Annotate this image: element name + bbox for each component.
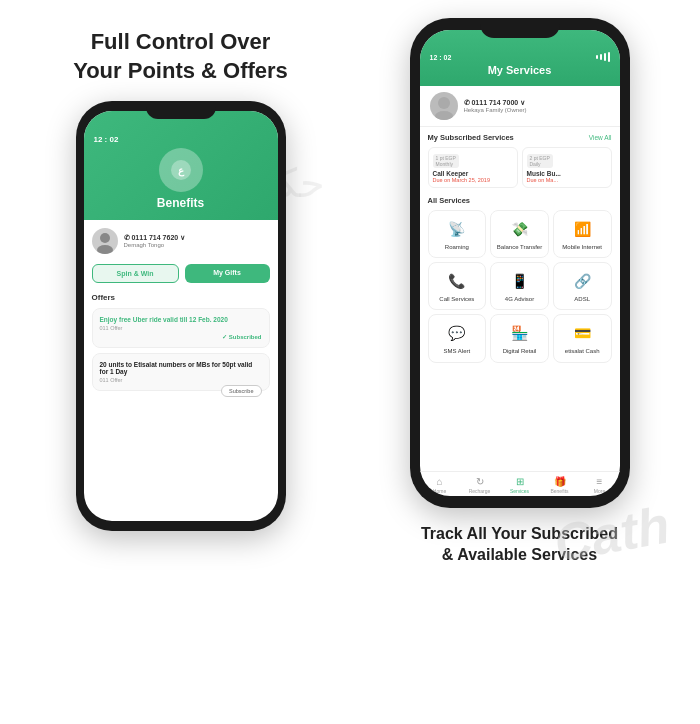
subscribed-header: My Subscribed Services View All xyxy=(428,133,612,142)
service-adsl-label: ADSL xyxy=(574,296,590,303)
offer-2-source: 011 Offer xyxy=(100,377,262,383)
services-icon: ⊞ xyxy=(516,476,524,487)
spin-win-button[interactable]: Spin & Win xyxy=(92,264,179,283)
bottom-nav: ⌂ Home ↻ Recharge ⊞ Services 🎁 Benefits xyxy=(420,471,620,496)
user-info-right: ✆ 0111 714 7000 ∨ Hekaya Family (Owner) xyxy=(464,99,527,113)
card-1-name: Call Keeper xyxy=(433,170,513,177)
phone-notch-left xyxy=(146,101,216,119)
avatar-right xyxy=(430,92,458,120)
more-icon: ≡ xyxy=(597,476,603,487)
offer-2-title: 20 units to Etisalat numbers or MBs for … xyxy=(100,361,262,375)
all-services-title: All Services xyxy=(428,196,612,205)
svg-point-5 xyxy=(435,111,453,120)
view-all-link[interactable]: View All xyxy=(589,134,612,141)
screen-top-bar: 12 : 02 xyxy=(430,52,610,62)
subscribed-cards: 1 pt EGPMonthly Call Keeper Due on March… xyxy=(428,147,612,188)
nav-benefits[interactable]: 🎁 Benefits xyxy=(540,476,580,494)
service-call-services[interactable]: 📞 Call Services xyxy=(428,262,487,310)
service-sms-alert-label: SMS Alert xyxy=(443,348,470,355)
signal-indicators xyxy=(596,52,610,62)
phone-mockup-right: 12 : 02 My Services xyxy=(410,18,630,508)
service-roaming-label: Roaming xyxy=(445,244,469,251)
user-phone-left: ✆ 0111 714 7620 ∨ xyxy=(124,234,186,242)
service-balance-transfer[interactable]: 💸 Balance Transfer xyxy=(490,210,549,258)
my-gifts-button[interactable]: My Gifts xyxy=(185,264,270,283)
nav-benefits-label: Benefits xyxy=(550,488,568,494)
service-sms-alert[interactable]: 💬 SMS Alert xyxy=(428,314,487,362)
main-container: Full Control Over Your Points & Offers 1… xyxy=(0,0,700,724)
service-adsl[interactable]: 🔗 ADSL xyxy=(553,262,612,310)
right-panel: 12 : 02 My Services xyxy=(355,18,684,706)
offers-title: Offers xyxy=(92,293,270,302)
left-panel: Full Control Over Your Points & Offers 1… xyxy=(16,18,345,706)
adsl-icon: 🔗 xyxy=(570,269,594,293)
subscribed-card-2: 2 pt EGPDaily Music Bu... Due on Ma... xyxy=(522,147,612,188)
offer-card-1: Enjoy free Uber ride valid till 12 Feb. … xyxy=(92,308,270,348)
service-4g-advisor-label: 4G Advisor xyxy=(505,296,534,303)
card-2-badge: 2 pt EGPDaily xyxy=(527,154,553,168)
nav-recharge[interactable]: ↻ Recharge xyxy=(460,476,500,494)
svg-text:ع: ع xyxy=(178,165,185,177)
nav-home[interactable]: ⌂ Home xyxy=(420,476,460,494)
phone-notch-right xyxy=(480,18,560,38)
service-mobile-internet[interactable]: 📶 Mobile Internet xyxy=(553,210,612,258)
roaming-icon: 📡 xyxy=(445,217,469,241)
phone-mockup-left: 12 : 02 ع Benefits xyxy=(76,101,286,531)
screen-header-right: 12 : 02 My Services xyxy=(420,30,620,86)
service-digital-retail-label: Digital Retail xyxy=(503,348,537,355)
signal-bar-2 xyxy=(600,54,602,60)
signal-bar-1 xyxy=(596,55,598,59)
user-info-left: ✆ 0111 714 7620 ∨ Demagh Tongo xyxy=(124,234,186,248)
svg-point-4 xyxy=(438,97,450,109)
user-row-left: ✆ 0111 714 7620 ∨ Demagh Tongo xyxy=(92,228,270,254)
service-digital-retail[interactable]: 🏪 Digital Retail xyxy=(490,314,549,362)
card-1-badge: 1 pt EGPMonthly xyxy=(433,154,459,168)
offer-1-status: ✓ Subscribed xyxy=(100,333,262,340)
service-4g-advisor[interactable]: 📱 4G Advisor xyxy=(490,262,549,310)
action-buttons-left: Spin & Win My Gifts xyxy=(92,264,270,283)
user-name-left: Demagh Tongo xyxy=(124,242,186,248)
screen-time-left: 12 : 02 xyxy=(94,135,119,144)
screen-title-left: Benefits xyxy=(157,196,204,210)
screen-body-left: ✆ 0111 714 7620 ∨ Demagh Tongo Spin & Wi… xyxy=(84,220,278,404)
nav-services[interactable]: ⊞ Services xyxy=(500,476,540,494)
subscribed-card-1: 1 pt EGPMonthly Call Keeper Due on March… xyxy=(428,147,518,188)
screen-title-right: My Services xyxy=(430,64,610,76)
subscribed-title: My Subscribed Services xyxy=(428,133,514,142)
nav-services-label: Services xyxy=(510,488,529,494)
service-etisalat-cash-label: etisalat Cash xyxy=(565,348,600,355)
service-etisalat-cash[interactable]: 💳 etisalat Cash xyxy=(553,314,612,362)
app-logo-left: ع xyxy=(159,148,203,192)
offer-card-2: 20 units to Etisalat numbers or MBs for … xyxy=(92,353,270,391)
svg-point-3 xyxy=(97,245,113,254)
right-title: Track All Your Subscribed & Available Se… xyxy=(421,524,618,566)
all-services-section: All Services 📡 Roaming 💸 Balance Transfe… xyxy=(420,192,620,471)
phone-screen-left: 12 : 02 ع Benefits xyxy=(84,111,278,521)
digital-retail-icon: 🏪 xyxy=(507,321,531,345)
left-headline: Full Control Over Your Points & Offers xyxy=(73,28,288,85)
offer-1-title: Enjoy free Uber ride valid till 12 Feb. … xyxy=(100,316,262,323)
nav-more[interactable]: ≡ More xyxy=(580,476,620,494)
service-roaming[interactable]: 📡 Roaming xyxy=(428,210,487,258)
service-mobile-internet-label: Mobile Internet xyxy=(562,244,602,251)
card-2-name: Music Bu... xyxy=(527,170,607,177)
screen-header-left: 12 : 02 ع Benefits xyxy=(84,111,278,220)
card-2-due: Due on Ma... xyxy=(527,177,607,183)
signal-bar-3 xyxy=(604,53,606,61)
home-icon: ⌂ xyxy=(436,476,442,487)
etisalat-cash-icon: 💳 xyxy=(570,321,594,345)
right-headline: Track All Your Subscribed & Available Se… xyxy=(421,524,618,566)
user-name-right: Hekaya Family (Owner) xyxy=(464,107,527,113)
benefits-icon: 🎁 xyxy=(554,476,566,487)
call-services-icon: 📞 xyxy=(445,269,469,293)
signal-bar-4 xyxy=(608,52,610,62)
offers-section: Offers Enjoy free Uber ride valid till 1… xyxy=(92,293,270,391)
mobile-internet-icon: 📶 xyxy=(570,217,594,241)
phone-screen-right: 12 : 02 My Services xyxy=(420,30,620,496)
4g-advisor-icon: 📱 xyxy=(507,269,531,293)
service-balance-transfer-label: Balance Transfer xyxy=(497,244,542,251)
subscribe-button[interactable]: Subscribe xyxy=(221,385,261,397)
avatar-left xyxy=(92,228,118,254)
card-1-due: Due on March 25, 2019 xyxy=(433,177,513,183)
offer-1-source: 011 Offer xyxy=(100,325,262,331)
